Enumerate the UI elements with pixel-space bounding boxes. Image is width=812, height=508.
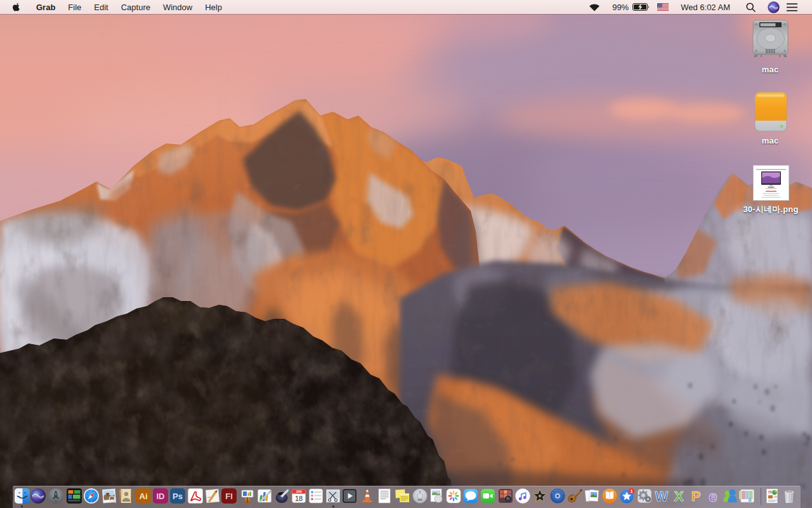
svg-text:W: W: [655, 488, 669, 504]
svg-text:1: 1: [631, 489, 633, 493]
svg-text:X: X: [674, 488, 684, 504]
svg-text:P: P: [691, 488, 701, 504]
svg-text:18: 18: [295, 495, 303, 502]
svg-text:e: e: [709, 488, 717, 504]
svg-text:Ai: Ai: [140, 491, 148, 501]
svg-text:JAN: JAN: [296, 490, 301, 493]
svg-text:a: a: [748, 497, 751, 503]
svg-text:Fl: Fl: [225, 491, 233, 501]
svg-text:ID: ID: [157, 491, 165, 501]
svg-text:Ps: Ps: [173, 491, 183, 501]
